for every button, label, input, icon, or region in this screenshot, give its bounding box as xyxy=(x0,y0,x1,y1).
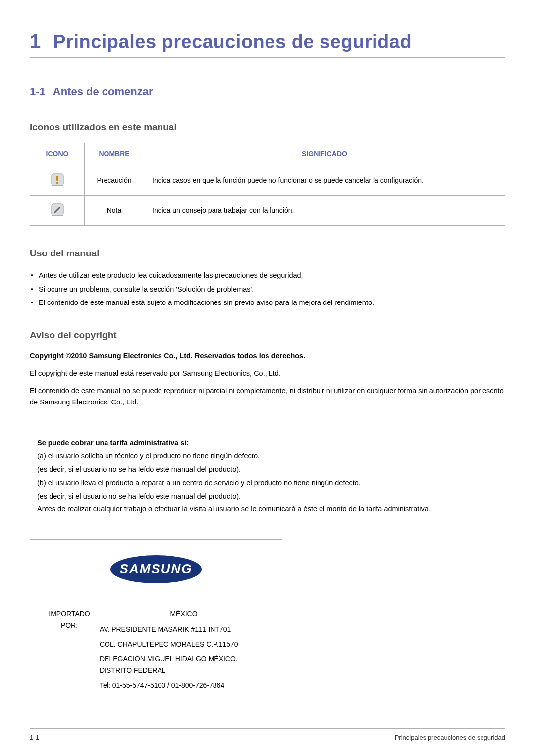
row-name: Precaución xyxy=(85,165,144,196)
col-icono: ICONO xyxy=(30,143,85,165)
chapter-title: Principales precauciones de seguridad xyxy=(53,31,412,52)
copyright-line: El contenido de este manual no se puede … xyxy=(30,385,505,408)
chapter-header: 1 Principales precauciones de seguridad xyxy=(30,25,505,58)
svg-rect-2 xyxy=(56,182,58,184)
fee-line: (es decir, si el usuario no se ha leído … xyxy=(37,463,498,476)
usage-list: Antes de utilizar este producto lea cuid… xyxy=(30,269,505,310)
import-box: SAMSUNG IMPORTADO POR: MÉXICO AV. PRESID… xyxy=(30,539,282,700)
col-significado: SIGNIFICADO xyxy=(144,143,505,165)
copyright-heading: Aviso del copyright xyxy=(30,330,505,341)
fee-line: (es decir, si el usuario no se ha leído … xyxy=(37,490,498,503)
list-item: El contenido de este manual está sujeto … xyxy=(39,296,505,310)
section-header: 1-1 Antes de comenzar xyxy=(30,85,505,104)
caution-icon xyxy=(50,172,65,187)
samsung-logo: SAMSUNG xyxy=(41,554,271,586)
svg-rect-1 xyxy=(56,176,58,181)
fee-title: Se puede cobrar una tarifa administrativ… xyxy=(37,436,498,450)
usage-heading: Uso del manual xyxy=(30,248,505,259)
icons-table: ICONO NOMBRE SIGNIFICADO Precaución Indi… xyxy=(30,143,505,226)
table-row: Nota Indica un consejo para trabajar con… xyxy=(30,196,505,226)
col-nombre: NOMBRE xyxy=(85,143,144,165)
list-item: Si ocurre un problema, consulte la secci… xyxy=(39,283,505,297)
row-name: Nota xyxy=(85,196,144,226)
import-label: IMPORTADO POR: xyxy=(42,607,97,636)
import-addr: DELEGACIÓN MIGUEL HIDALGO MÉXICO. DISTRI… xyxy=(98,652,270,677)
icons-heading: Iconos utilizados en este manual xyxy=(30,122,505,133)
import-country: MÉXICO xyxy=(98,607,270,621)
fee-line: (a) el usuario solicita un técnico y el … xyxy=(37,450,498,463)
page-footer: 1-1 Principales precauciones de segurida… xyxy=(30,728,505,741)
import-addr: AV. PRESIDENTE MASARIK #111 INT701 xyxy=(98,622,270,636)
note-icon xyxy=(50,202,65,217)
admin-fee-box: Se puede cobrar una tarifa administrativ… xyxy=(30,428,505,524)
fee-line: Antes de realizar cualquier trabajo o ef… xyxy=(37,503,498,516)
table-row: Precaución Indica casos en que la funció… xyxy=(30,165,505,196)
fee-line: (b) el usuario lleva el producto a repar… xyxy=(37,476,498,490)
row-meaning: Indica un consejo para trabajar con la f… xyxy=(144,196,505,226)
import-tel: Tel: 01-55-5747-5100 / 01-800-726-7864 xyxy=(98,678,270,692)
row-meaning: Indica casos en que la función puede no … xyxy=(144,165,505,196)
svg-text:SAMSUNG: SAMSUNG xyxy=(120,561,193,576)
import-addr: COL. CHAPULTEPEC MORALES C.P.11570 xyxy=(98,637,270,651)
copyright-line: Copyright ©2010 Samsung Electronics Co.,… xyxy=(30,351,505,362)
copyright-line: El copyright de este manual está reserva… xyxy=(30,368,505,379)
list-item: Antes de utilizar este producto lea cuid… xyxy=(39,269,505,283)
footer-right: Principales precauciones de seguridad xyxy=(395,734,505,741)
section-number: 1-1 xyxy=(30,85,46,98)
import-table: IMPORTADO POR: MÉXICO AV. PRESIDENTE MAS… xyxy=(41,606,271,693)
footer-left: 1-1 xyxy=(30,734,39,741)
section-title: Antes de comenzar xyxy=(53,85,153,98)
chapter-number: 1 xyxy=(30,30,41,52)
